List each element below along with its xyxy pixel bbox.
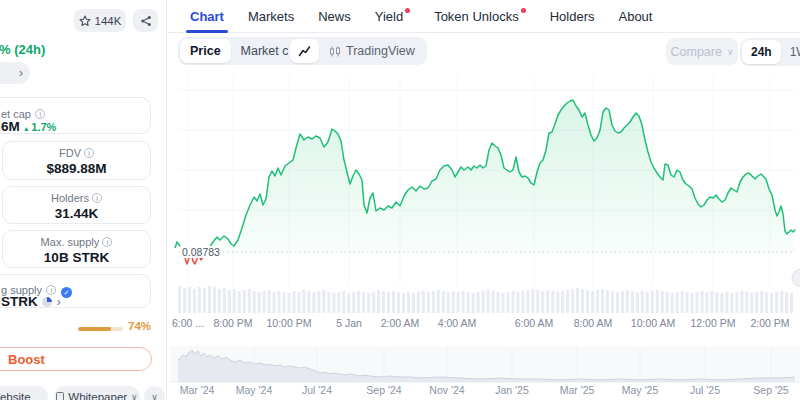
caret-down-icon: ∨ (727, 47, 734, 57)
toggle-price[interactable]: Price (180, 39, 231, 63)
tab-bar: ChartMarketsNewsYieldToken UnlocksHolder… (168, 0, 800, 33)
range-24h[interactable]: 24h (742, 40, 781, 64)
share-icon (140, 15, 152, 27)
notification-dot (405, 8, 410, 13)
max-supply-label: Max. supply (41, 236, 100, 248)
range-1w[interactable]: 1W (783, 45, 800, 59)
expand-pill[interactable]: › (0, 62, 30, 84)
up-arrow-icon: ▴ (24, 124, 28, 133)
chevron-right-icon: › (19, 66, 23, 80)
whitepaper-link[interactable]: Whitepaper ∨ (54, 386, 140, 400)
info-icon[interactable] (92, 193, 102, 203)
tab-about[interactable]: About (618, 0, 652, 33)
max-supply-card: Max. supply 10B STRK (2, 230, 151, 268)
supply-progress-bar (78, 327, 123, 331)
market-cap-change: 1.7% (31, 121, 56, 133)
fdv-value: $889.88M (3, 161, 150, 176)
tradingview-button[interactable]: TradingView (319, 39, 425, 63)
max-supply-value: 10B STRK (3, 250, 150, 265)
price-change-24h: % (24h) (0, 42, 45, 57)
watchlist-button[interactable]: 144K (74, 9, 126, 32)
info-icon[interactable] (102, 237, 112, 247)
fdv-card: FDV $889.88M (2, 141, 151, 180)
chart-controls: Price Market cap TradingView Compare ∨ 2… (168, 37, 800, 67)
tab-holders[interactable]: Holders (550, 0, 595, 33)
website-link[interactable]: Website (0, 386, 48, 400)
tab-chart[interactable]: Chart (190, 0, 224, 33)
caret-down-icon: ∨ (151, 392, 158, 400)
line-chart-icon (298, 45, 311, 57)
time-range-selector: 24h 1W (740, 38, 800, 66)
price-chart[interactable] (178, 75, 795, 287)
more-links-button[interactable]: ∨ (144, 386, 165, 400)
tab-news[interactable]: News (318, 0, 351, 33)
document-icon (56, 392, 64, 400)
circulating-supply-value: STRK (1, 294, 38, 309)
holders-label: Holders (51, 192, 89, 204)
compare-dropdown[interactable]: Compare ∨ (666, 38, 738, 65)
market-cap-card: et cap 6M ▴ 1.7% (0, 97, 151, 134)
chevron-right-icon[interactable]: › (57, 295, 61, 309)
fdv-label: FDV (59, 147, 81, 159)
candlestick-icon (329, 46, 341, 57)
tab-markets[interactable]: Markets (248, 0, 294, 33)
watchers-count: 144K (95, 15, 122, 27)
supply-progress-percent: 74% (128, 320, 151, 332)
share-button[interactable] (133, 9, 158, 32)
line-chart-button[interactable] (290, 39, 319, 63)
chart-type-toggle: TradingView (288, 37, 427, 65)
holders-card: Holders 31.44K (2, 186, 151, 224)
token-sidebar: 144K % (24h) › et cap 6M ▴ 1.7% FDV $889… (0, 0, 167, 400)
supply-progress-fill (78, 327, 111, 331)
baseline-price-label: 0.08783 (180, 246, 222, 258)
tab-token-unlocks[interactable]: Token Unlocks (434, 0, 526, 33)
star-icon (79, 15, 91, 27)
market-cap-value: 6M (1, 119, 20, 134)
navigator[interactable] (170, 346, 800, 382)
notification-dot (521, 8, 526, 13)
circulating-supply-card: g supply STRK › (0, 274, 151, 308)
holders-value: 31.44K (3, 206, 150, 221)
caret-down-icon: ∨ (131, 392, 138, 400)
tab-yield[interactable]: Yield (375, 0, 410, 33)
supply-pie-icon (42, 297, 52, 307)
boost-button[interactable]: Boost (0, 347, 152, 371)
verified-icon (61, 287, 72, 298)
info-icon[interactable] (84, 148, 94, 158)
